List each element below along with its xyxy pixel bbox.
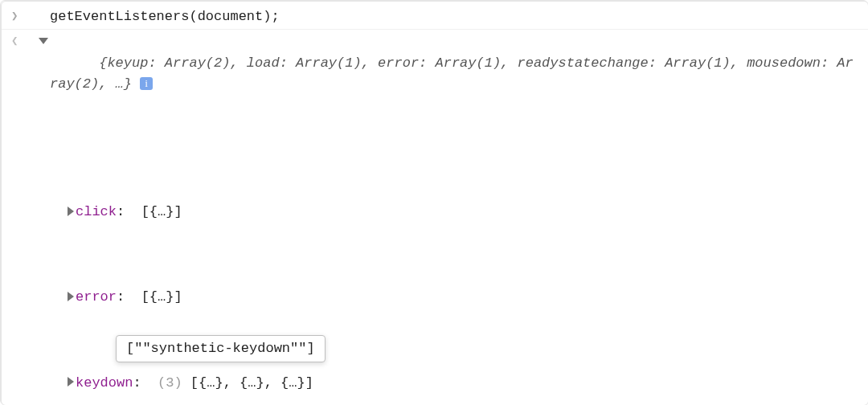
chevron-right-icon[interactable]: [68, 377, 74, 387]
chevron-right-icon[interactable]: [68, 207, 74, 216]
console-panel: ❯ getEventListeners(document); ❮ {keyup:…: [2, 2, 868, 405]
chevron-down-icon[interactable]: [39, 38, 48, 44]
output-gutter: ❮: [11, 31, 50, 51]
input-code[interactable]: getEventListeners(document);: [50, 6, 860, 27]
tooltip-text: [""synthetic-keydown""]: [126, 341, 315, 356]
console-input-row: ❯ getEventListeners(document);: [2, 5, 868, 30]
output-content: {keyup: Array(2), load: Array(1), error:…: [50, 31, 860, 405]
object-summary[interactable]: {keyup: Array(2), load: Array(1), error:…: [50, 55, 854, 92]
input-gutter: ❯: [11, 6, 50, 26]
console-output-row: ❮ {keyup: Array(2), load: Array(1), erro…: [2, 30, 868, 405]
chevron-right-icon[interactable]: [68, 292, 74, 301]
info-icon[interactable]: i: [140, 77, 153, 90]
object-tree: click: [{…}] error: [{…}] keydown: (3) […: [50, 137, 860, 405]
hover-tooltip: [""synthetic-keydown""]: [116, 335, 326, 362]
tree-row-keydown[interactable]: keydown: (3) [{…}, {…}, {…}]: [68, 372, 860, 394]
prompt-out-icon: ❮: [11, 33, 18, 51]
prompt-in-icon: ❯: [11, 8, 18, 26]
tree-row-error[interactable]: error: [{…}]: [68, 286, 860, 308]
tree-row-click[interactable]: click: [{…}]: [68, 201, 860, 223]
